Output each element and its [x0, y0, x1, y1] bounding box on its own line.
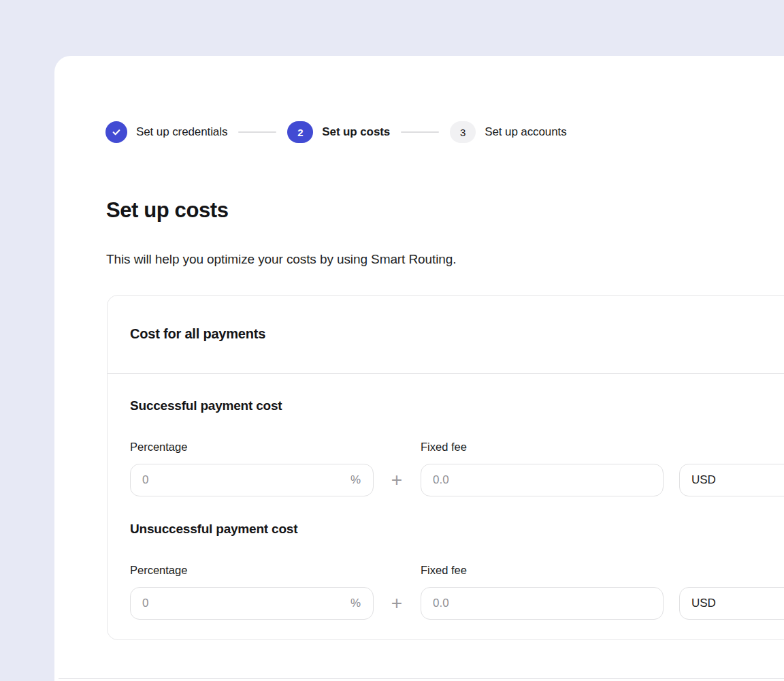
step-label-credentials: Set up credentials [136, 125, 227, 139]
currency-value: USD [691, 597, 716, 610]
step-costs[interactable]: 2 Set up costs [287, 121, 390, 143]
card-divider [108, 373, 784, 374]
fixed-fee-label-successful: Fixed fee [421, 441, 467, 454]
step-label-accounts: Set up accounts [485, 125, 566, 139]
step-accounts[interactable]: 3 Set up accounts [450, 121, 566, 143]
step-connector [401, 131, 439, 133]
currency-select-unsuccessful[interactable]: USD [679, 587, 784, 620]
step-credentials[interactable]: Set up credentials [105, 121, 227, 143]
currency-select-successful[interactable]: USD [679, 464, 784, 496]
fixed-fee-label-unsuccessful: Fixed fee [421, 564, 467, 577]
percentage-field-successful: % [130, 464, 374, 496]
percentage-label-successful: Percentage [130, 441, 187, 454]
cost-card: Cost for all payments Successful payment… [107, 295, 784, 640]
step-number-badge: 3 [450, 121, 476, 143]
step-connector [238, 131, 276, 133]
fixed-fee-field-unsuccessful [421, 587, 664, 620]
section-title-successful: Successful payment cost [130, 398, 282, 413]
card-title: Cost for all payments [130, 326, 265, 342]
page-description: This will help you optimize your costs b… [106, 252, 456, 267]
step-complete-indicator [105, 121, 127, 143]
step-number-badge: 2 [287, 121, 313, 143]
page: { "theme": { "page_bg": "#E7E9F5", "pane… [0, 0, 784, 681]
check-icon [111, 127, 122, 138]
plus-separator: + [385, 587, 409, 620]
step-label-costs: Set up costs [322, 125, 390, 139]
percentage-label-unsuccessful: Percentage [130, 564, 187, 577]
plus-separator: + [385, 464, 409, 496]
fixed-fee-input-unsuccessful[interactable] [421, 587, 664, 620]
setup-stepper: Set up credentials 2 Set up costs 3 Set … [105, 121, 567, 143]
currency-value: USD [691, 473, 716, 487]
fixed-fee-field-successful [421, 464, 664, 496]
percentage-input-unsuccessful[interactable] [130, 587, 374, 620]
percentage-field-unsuccessful: % [130, 587, 374, 620]
panel-bottom-edge [59, 678, 784, 679]
page-title: Set up costs [106, 198, 229, 223]
fixed-fee-input-successful[interactable] [421, 464, 664, 496]
section-title-unsuccessful: Unsuccessful payment cost [130, 522, 297, 537]
percentage-input-successful[interactable] [130, 464, 374, 496]
